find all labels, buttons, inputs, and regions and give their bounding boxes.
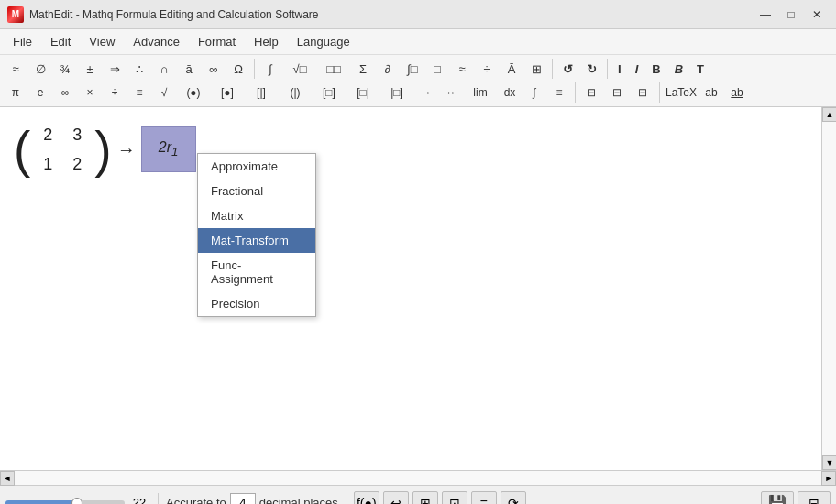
tool-integral[interactable]: ∫ xyxy=(258,58,282,80)
app-title: MathEdit - Mathq Formula Editing and Cal… xyxy=(29,8,754,21)
scroll-left-button[interactable]: ◄ xyxy=(0,471,15,486)
redo-button[interactable]: ↻ xyxy=(580,60,603,79)
tool-bracket-pipe[interactable]: [|] xyxy=(245,82,278,104)
tool-sqrt[interactable]: √□ xyxy=(283,58,316,80)
tool-bracket-circle[interactable]: [●] xyxy=(211,82,244,104)
matrix-left-bracket: ( xyxy=(14,125,30,175)
menu-language[interactable]: Language xyxy=(288,31,359,52)
maximize-button[interactable]: □ xyxy=(779,5,803,24)
equals-status-btn[interactable]: = xyxy=(471,491,497,505)
save-button[interactable]: 💾 xyxy=(761,491,794,505)
refresh-status-btn[interactable]: ⟳ xyxy=(500,491,526,505)
align-center-button[interactable]: ⊟ xyxy=(605,82,629,104)
latex-button[interactable]: LaTeX xyxy=(665,82,698,104)
tool-times[interactable]: × xyxy=(78,82,102,104)
scroll-track[interactable] xyxy=(822,122,836,455)
ctx-func-assignment[interactable]: Func-Assignment xyxy=(198,253,315,291)
tool-pi[interactable]: π xyxy=(4,82,28,104)
tool-approx2[interactable]: ≈ xyxy=(450,58,474,80)
result-box[interactable]: 2r1 xyxy=(141,126,196,172)
tool-empty-set[interactable]: ∅ xyxy=(28,58,52,80)
menu-bar: File Edit View Advance Format Help Langu… xyxy=(0,29,836,55)
tool-e[interactable]: e xyxy=(28,82,52,104)
tool-grid[interactable]: ⊞ xyxy=(524,58,548,80)
tool-int-box[interactable]: ∫□ xyxy=(401,58,424,80)
tool-div2[interactable]: ÷ xyxy=(103,82,126,104)
italic-i-button[interactable]: I xyxy=(611,60,628,79)
matrix-cell-0-1: 3 xyxy=(64,122,90,148)
zoom-slider[interactable] xyxy=(6,500,125,505)
ctx-matrix[interactable]: Matrix xyxy=(198,203,315,228)
tool-bracket-boxl[interactable]: [□| xyxy=(346,82,380,104)
tool-sqrt2[interactable]: √ xyxy=(152,82,176,104)
func-btn[interactable]: f(●) xyxy=(354,491,380,505)
align-left-button[interactable]: ⊟ xyxy=(579,82,603,104)
tool-infinity[interactable]: ∞ xyxy=(202,58,226,80)
tool-paren-circle[interactable]: (●) xyxy=(177,82,210,104)
undo-status-btn[interactable]: ↩ xyxy=(383,491,409,505)
ctx-precision[interactable]: Precision xyxy=(198,291,315,316)
tool-paren-pipe[interactable]: (|) xyxy=(279,82,312,104)
tool-therefore[interactable]: ∴ xyxy=(127,58,151,80)
tool-rarrow[interactable]: → xyxy=(414,82,438,104)
tool-boxes[interactable]: □□ xyxy=(317,58,350,80)
menu-advance[interactable]: Advance xyxy=(124,31,189,52)
undo-button[interactable]: ↺ xyxy=(556,60,579,79)
tool-plusminus[interactable]: ± xyxy=(78,58,102,80)
vertical-scrollbar[interactable]: ▲ ▼ xyxy=(821,107,836,470)
slider-thumb[interactable] xyxy=(72,498,82,505)
window-controls: — □ ✕ xyxy=(754,5,829,24)
tool-equiv[interactable]: ≡ xyxy=(127,82,151,104)
tool-sigma[interactable]: Σ xyxy=(351,58,375,80)
tool-lim[interactable]: lim xyxy=(464,82,497,104)
scroll-down-button[interactable]: ▼ xyxy=(822,455,836,470)
tool-dx[interactable]: dx xyxy=(498,82,522,104)
matrix-bracket-group: ( 2 3 1 2 ) xyxy=(14,121,112,178)
tool-arrow[interactable]: ⇒ xyxy=(103,58,126,80)
tool-Abar[interactable]: Ā xyxy=(500,58,523,80)
menu-view[interactable]: View xyxy=(80,31,124,52)
extra-button[interactable]: ⊟ xyxy=(798,491,830,505)
bold-B-button[interactable]: B xyxy=(645,60,666,79)
ctx-mat-transform[interactable]: Mat-Transform xyxy=(198,228,315,253)
main-canvas: ( 2 3 1 2 ) → 2r1 Approximate Fractio xyxy=(0,107,836,470)
scroll-up-button[interactable]: ▲ xyxy=(822,107,836,122)
tool-fraction[interactable]: ¾ xyxy=(53,58,77,80)
horizontal-scrollbar[interactable]: ◄ ► xyxy=(0,470,836,485)
tool-abar[interactable]: ā xyxy=(177,58,201,80)
box-status-btn[interactable]: ⊡ xyxy=(442,491,468,505)
menu-help[interactable]: Help xyxy=(245,31,288,52)
ab-button2[interactable]: ab xyxy=(725,82,749,104)
ctx-fractional[interactable]: Fractional xyxy=(198,179,315,203)
tool-inf2[interactable]: ∞ xyxy=(53,82,77,104)
tool-equiv2[interactable]: ≡ xyxy=(547,82,571,104)
ctx-approximate[interactable]: Approximate xyxy=(198,154,315,179)
T-button[interactable]: T xyxy=(690,60,710,79)
tool-lrarrow[interactable]: ↔ xyxy=(439,82,463,104)
tool-box[interactable]: □ xyxy=(425,58,449,80)
matrix-cells: 2 3 1 2 xyxy=(34,121,91,178)
tool-bracket-boxr[interactable]: |□] xyxy=(380,82,413,104)
minimize-button[interactable]: — xyxy=(754,5,777,24)
tool-intdx[interactable]: ∫ xyxy=(522,82,546,104)
tool-partial[interactable]: ∂ xyxy=(376,58,400,80)
scroll-right-button[interactable]: ► xyxy=(821,471,836,486)
tool-intersect[interactable]: ∩ xyxy=(152,58,176,80)
menu-file[interactable]: File xyxy=(4,31,41,52)
context-menu: Approximate Fractional Matrix Mat-Transf… xyxy=(197,153,316,317)
hscroll-track[interactable] xyxy=(15,471,821,485)
transform-arrow: → xyxy=(117,139,136,160)
italic-I-button[interactable]: I xyxy=(629,60,645,79)
tool-bracket-box[interactable]: [□] xyxy=(313,82,346,104)
grid-status-btn[interactable]: ⊞ xyxy=(412,491,438,505)
align-right-button[interactable]: ⊟ xyxy=(631,82,654,104)
close-button[interactable]: ✕ xyxy=(805,5,829,24)
menu-format[interactable]: Format xyxy=(189,31,245,52)
tool-omega[interactable]: Ω xyxy=(226,58,250,80)
menu-edit[interactable]: Edit xyxy=(41,31,80,52)
bold-B2-button[interactable]: B xyxy=(668,60,689,79)
decimal-input[interactable] xyxy=(230,493,256,505)
tool-approx[interactable]: ≈ xyxy=(4,58,28,80)
tool-divide[interactable]: ÷ xyxy=(475,58,499,80)
ab-button1[interactable]: ab xyxy=(699,82,723,104)
